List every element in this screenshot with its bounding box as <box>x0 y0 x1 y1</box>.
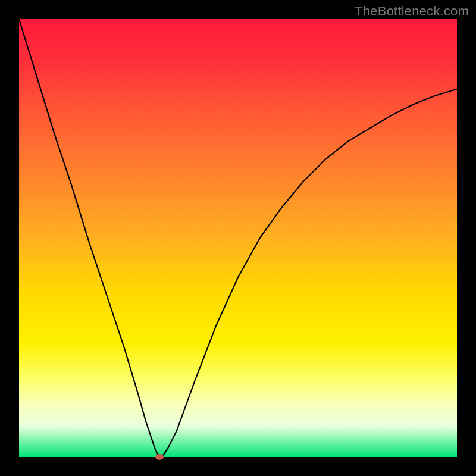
watermark-text: TheBottleneck.com <box>355 4 469 19</box>
chart-plot-area <box>19 19 457 457</box>
bottleneck-curve <box>19 19 457 457</box>
curve-min-marker <box>155 454 164 460</box>
